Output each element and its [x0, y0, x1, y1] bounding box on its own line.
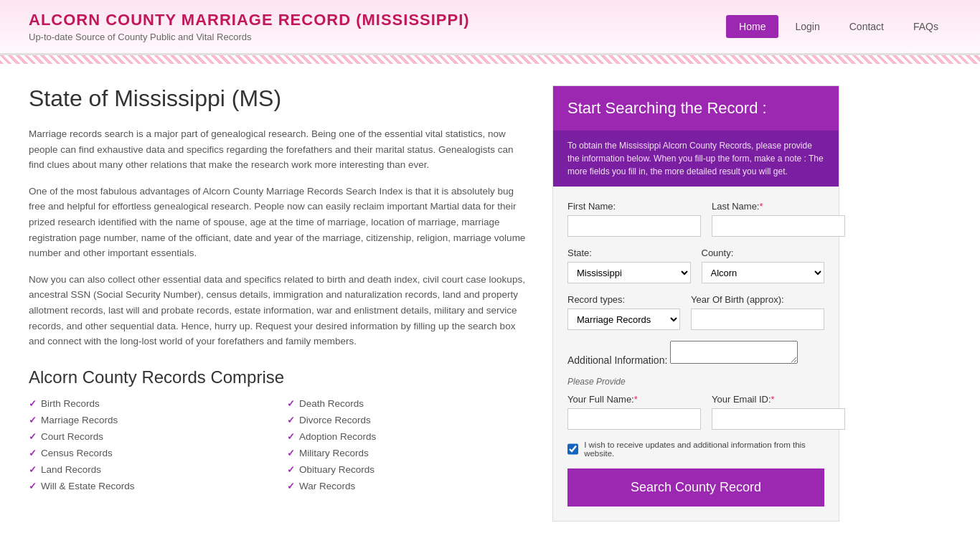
full-name-label: Your Full Name:* — [567, 394, 701, 405]
paragraph-1: Marriage records search is a major part … — [29, 126, 531, 173]
first-name-label: First Name: — [567, 201, 701, 212]
checkbox-label: I wish to receive updates and additional… — [584, 441, 824, 458]
record-type-group: Record types: Marriage Records Birth Rec… — [567, 294, 680, 330]
form-info-text: To obtain the Mississippi Alcorn County … — [567, 141, 824, 176]
county-label: County: — [702, 248, 825, 258]
email-group: Your Email ID:* — [712, 394, 845, 430]
county-select[interactable]: Alcorn Adams Attala — [702, 262, 825, 283]
list-item: Court Records — [29, 431, 273, 442]
form-header: Start Searching the Record : — [553, 86, 839, 131]
main-nav: Home Login Contact FAQs — [726, 15, 951, 38]
form-container: Start Searching the Record : To obtain t… — [552, 85, 839, 522]
form-title: Start Searching the Record : — [567, 99, 824, 118]
form-info: To obtain the Mississippi Alcorn County … — [553, 131, 839, 187]
contact-row: Your Full Name:* Your Email ID:* — [567, 394, 824, 430]
year-of-birth-label: Year Of Birth (approx): — [691, 294, 824, 305]
list-item: Death Records — [287, 398, 531, 409]
brand: ALCORN COUNTY MARRIAGE RECORD (MISSISSIP… — [29, 11, 470, 42]
list-item: Will & Estate Records — [29, 481, 273, 491]
state-label: State: — [567, 248, 691, 258]
last-name-group: Last Name:* — [712, 201, 845, 237]
newsletter-checkbox[interactable] — [567, 443, 578, 455]
list-item: Birth Records — [29, 398, 273, 409]
records-list: Birth Records Death Records Marriage Rec… — [29, 398, 531, 491]
form-body: First Name: Last Name:* State: — [553, 187, 839, 521]
state-select[interactable]: Mississippi Alabama Tennessee — [567, 262, 691, 283]
list-item: War Records — [287, 481, 531, 491]
list-item: Adoption Records — [287, 431, 531, 442]
record-type-select[interactable]: Marriage Records Birth Records Death Rec… — [567, 309, 680, 330]
list-item: Military Records — [287, 448, 531, 458]
year-of-birth-group: Year Of Birth (approx): — [691, 294, 824, 330]
page-header: ALCORN COUNTY MARRIAGE RECORD (MISSISSIP… — [0, 0, 980, 55]
paragraph-2: One of the most fabulous advantages of A… — [29, 184, 531, 261]
first-name-group: First Name: — [567, 201, 701, 237]
site-subtitle: Up-to-date Source of County Public and V… — [29, 32, 470, 42]
checkbox-row: I wish to receive updates and additional… — [567, 441, 824, 458]
nav-faqs[interactable]: FAQs — [900, 15, 951, 38]
page-title: State of Mississippi (MS) — [29, 85, 531, 112]
additional-info-label: Additional Information: — [567, 354, 667, 366]
nav-login[interactable]: Login — [782, 15, 832, 38]
search-county-record-button[interactable]: Search County Record — [567, 468, 824, 507]
nav-contact[interactable]: Contact — [837, 15, 897, 38]
list-item: Obituary Records — [287, 464, 531, 475]
additional-info-textarea[interactable] — [670, 341, 798, 364]
list-item: Marriage Records — [29, 415, 273, 425]
first-name-input[interactable] — [567, 215, 701, 237]
record-year-row: Record types: Marriage Records Birth Rec… — [567, 294, 824, 330]
state-group: State: Mississippi Alabama Tennessee — [567, 248, 691, 283]
nav-home[interactable]: Home — [726, 15, 778, 38]
main-content: State of Mississippi (MS) Marriage recor… — [0, 64, 980, 543]
list-item: Census Records — [29, 448, 273, 458]
search-form-panel: Start Searching the Record : To obtain t… — [552, 85, 839, 522]
last-name-label: Last Name:* — [712, 201, 845, 212]
email-input[interactable] — [712, 408, 845, 430]
records-heading: Alcorn County Records Comprise — [29, 367, 531, 387]
email-label: Your Email ID:* — [712, 394, 845, 405]
last-name-input[interactable] — [712, 215, 845, 237]
list-item: Land Records — [29, 464, 273, 475]
list-item: Divorce Records — [287, 415, 531, 425]
decorative-border — [0, 55, 980, 64]
paragraph-3: Now you can also collect other essential… — [29, 272, 531, 349]
full-name-group: Your Full Name:* — [567, 394, 701, 430]
record-type-label: Record types: — [567, 294, 680, 305]
year-of-birth-input[interactable] — [691, 309, 824, 330]
name-row: First Name: Last Name:* — [567, 201, 824, 237]
additional-info-group: Additional Information: — [567, 341, 824, 366]
please-provide-label: Please Provide — [567, 377, 824, 387]
full-name-input[interactable] — [567, 408, 701, 430]
state-county-row: State: Mississippi Alabama Tennessee Cou… — [567, 248, 824, 283]
site-title: ALCORN COUNTY MARRIAGE RECORD (MISSISSIP… — [29, 11, 470, 29]
county-group: County: Alcorn Adams Attala — [702, 248, 825, 283]
left-column: State of Mississippi (MS) Marriage recor… — [29, 85, 531, 522]
